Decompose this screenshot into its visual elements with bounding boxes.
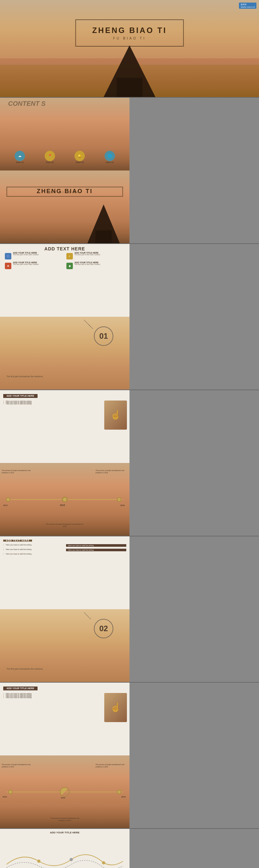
part-01: ☁ PART 01 — [15, 151, 25, 162]
part-02-icon: 📍 — [45, 151, 55, 161]
finger-image-2: ☝ — [104, 693, 127, 722]
wavy-title: ADD YOUR TITLE HERE — [0, 829, 130, 833]
bullet-section-1: •Here you have to add the writing •Here … — [0, 401, 104, 430]
slide-brown-title-2: ADD YOUR TITLE HERE •Here you have to ad… — [0, 683, 130, 755]
tl2-dot-2016 — [117, 790, 121, 794]
col1-content: •Here you have to add the writing •Here … — [3, 544, 63, 555]
hero-sub-title: FU BIAO TI — [92, 36, 167, 40]
slide-timeline-2: 2014 The process of project development … — [0, 755, 130, 828]
number-01-circle: 01 — [94, 327, 113, 346]
slide-add-text-2: ADD TEXT HERE •Here you have to add the … — [0, 536, 130, 609]
part-02: 📍 PART 02 — [45, 151, 55, 162]
col2-brown-box-2: Here you have to add the writing — [66, 549, 126, 551]
svg-point-0 — [37, 860, 40, 863]
hero-main-title: ZHENG BIAO TI — [92, 26, 167, 35]
slide-timeline-1: 2014 The process of project development … — [0, 463, 130, 536]
year-2016-text: The process of project development and p… — [95, 469, 128, 474]
row-4: ADD YOUR TITLE HERE •Here you have to ad… — [0, 390, 259, 536]
year-2014-dot — [6, 497, 10, 502]
part-01-icon: ☁ — [15, 151, 25, 161]
year-2016 — [117, 497, 121, 502]
deco-line-3 — [84, 613, 91, 620]
col2-brown-box-1: Here you have to add the writing — [66, 544, 126, 547]
bullet-section-2: •Here you have to add the writing •Here … — [0, 693, 104, 722]
slide-number-01: 01 The first part summarizes the sentenc… — [0, 317, 130, 390]
col1-item-1: •Here you have to add the writing — [3, 544, 63, 546]
row-6: ADD YOUR TITLE HERE •Here you have to ad… — [0, 683, 259, 828]
bullet-list-2: •Here you have to add the writing •Here … — [3, 693, 102, 698]
content-item-1: □ ADD YOUR TITLE HERE The first part of … — [5, 253, 63, 259]
tl2-text-2014: The process of project development and p… — [2, 764, 34, 768]
slide-hero: ZHENG BIAO TI FU BIAO TI 澳界网WWW.YANJ.CN — [0, 0, 259, 97]
item-4-icon: ◆ — [66, 263, 73, 269]
svg-point-1 — [69, 858, 73, 861]
part-04: 🌐 PART 04 — [105, 151, 115, 162]
tl2-year-2015-circle — [60, 787, 69, 797]
year-2014 — [8, 497, 10, 502]
slide-contents: CONTENT S ☁ PART 01 📍 PART 02 🔔 PART 03 … — [0, 98, 130, 170]
bullet-list-1: •Here you have to add the writing •Here … — [3, 401, 102, 404]
row-3: ADD TEXT HERE □ ADD YOUR TITLE HERE The … — [0, 244, 259, 390]
wavy-chart — [3, 845, 126, 868]
part-03: 🔔 PART 03 — [75, 151, 85, 162]
tl2-dot-2014 — [8, 790, 12, 794]
number-02-circle: 02 — [94, 619, 113, 638]
two-col-grid: •Here you have to add the writing •Here … — [3, 544, 126, 555]
add-text-banner-2: ADD TEXT HERE — [3, 539, 32, 541]
finger-image-1: ☝ — [104, 401, 127, 430]
item-3-text: ADD YOUR TITLE HERE The first part of th… — [13, 263, 38, 266]
bullet-item-3: •Here you have to add the writing — [3, 403, 102, 404]
item-2-desc: The first part of the main content — [75, 254, 100, 256]
row-5: ADD TEXT HERE •Here you have to add the … — [0, 536, 259, 682]
tl2-year-2014 — [8, 790, 12, 794]
item-1-desc: The first part of the main content — [13, 254, 38, 256]
svg-point-2 — [102, 861, 105, 864]
tl2-text-2016: The process of project development and p… — [95, 764, 128, 768]
watermark: 澳界网WWW.YANJ.CN — [239, 3, 256, 9]
add-text-header: ADD TEXT HERE — [0, 244, 130, 251]
item-3-desc: The first part of the main content — [13, 264, 38, 266]
deco-line-2 — [88, 324, 93, 329]
col1-item-3: •Here you have to add the writing — [3, 553, 63, 555]
row-2: CONTENT S ☁ PART 01 📍 PART 02 🔔 PART 03 … — [0, 98, 259, 243]
item-2-text: ADD YOUR TITLE HERE The first part of th… — [75, 253, 100, 256]
year-2014-text: The process of project development and p… — [2, 469, 34, 474]
content-items-grid: □ ADD YOUR TITLE HERE The first part of … — [0, 251, 130, 271]
col1-list: •Here you have to add the writing •Here … — [3, 544, 63, 555]
part-04-icon: 🌐 — [105, 151, 115, 161]
year-2015 — [62, 497, 68, 502]
item-2-icon: ✓ — [66, 253, 73, 259]
brown-title-header-2: ADD YOUR TITLE HERE — [3, 686, 37, 690]
parts-row: ☁ PART 01 📍 PART 02 🔔 PART 03 🌐 PART 04 — [0, 151, 130, 162]
slide-number-02: 02 The first part summarizes the sentenc… — [0, 609, 130, 682]
content-item-3: ★ ADD YOUR TITLE HERE The first part of … — [5, 263, 63, 269]
content-with-image: •Here you have to add the writing •Here … — [0, 401, 130, 430]
year-2015-dot — [62, 497, 68, 502]
col2-content: Here you have to add the writing Here yo… — [66, 544, 126, 555]
item-3-icon: ★ — [5, 263, 11, 269]
year-2015-text: The process of project development and p… — [45, 523, 84, 528]
item-4-desc: The first part of the main content — [75, 264, 100, 266]
slide-section-title: ZHENG BIAO TI FU BIAO TI — [0, 170, 130, 243]
content-item-4: ◆ ADD YOUR TITLE HERE The first part of … — [66, 263, 125, 269]
tl2-text-2015: The process of project development and p… — [47, 817, 83, 822]
brown-title-header-1: ADD YOUR TITLE HERE — [3, 394, 37, 398]
slide-brown-title-1: ADD YOUR TITLE HERE •Here you have to ad… — [0, 390, 130, 463]
slide-add-text: ADD TEXT HERE □ ADD YOUR TITLE HERE The … — [0, 244, 130, 317]
col1-item-2: •Here you have to add the writing — [3, 549, 63, 550]
tl2-year-2016 — [117, 790, 121, 794]
content-item-2: ✓ ADD YOUR TITLE HERE The first part of … — [66, 253, 125, 259]
row-7: ADD YOUR TITLE HERE Here you have to add… — [0, 829, 259, 868]
section-title-box: ZHENG BIAO TI FU BIAO TI — [6, 187, 123, 197]
content-with-image-2: •Here you have to add the writing •Here … — [0, 693, 130, 722]
item-1-icon: □ — [5, 253, 11, 259]
bullet-2-item-4: •Here you have to add the writing — [3, 697, 102, 698]
year-2016-dot — [117, 497, 121, 502]
item-4-text: ADD YOUR TITLE HERE The first part of th… — [75, 263, 100, 266]
part-03-icon: 🔔 — [75, 151, 85, 161]
hero-title-box: ZHENG BIAO TI FU BIAO TI — [76, 20, 184, 46]
item-1-text: ADD YOUR TITLE HERE The first part of th… — [13, 253, 38, 256]
slide-wavy: ADD YOUR TITLE HERE Here you have to add… — [0, 829, 130, 868]
